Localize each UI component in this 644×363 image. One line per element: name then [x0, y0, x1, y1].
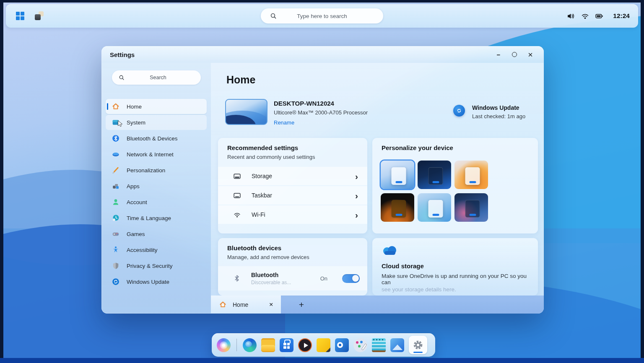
sidebar-nav: Home System Bluetooth & Devices [106, 99, 207, 289]
window-tab-strip: Home ✕ + [211, 296, 544, 314]
card-header: Bluetooth devices Manage, add and remove… [218, 238, 367, 264]
battery-icon[interactable] [595, 13, 603, 20]
outlook-icon[interactable] [335, 338, 349, 352]
theme-preview-window [428, 200, 443, 218]
windows-update-status: Last checked: 1m ago [472, 113, 525, 119]
bluetooth-toggle[interactable] [342, 274, 360, 283]
device-thumbnail [225, 99, 267, 125]
windows-logo-icon [16, 12, 24, 20]
sidebar-item-time-language[interactable]: Time & Language [106, 210, 207, 226]
sticky-notes-icon[interactable] [317, 338, 330, 352]
sidebar-item-label: Accessibility [127, 247, 158, 253]
theme-tile-dark-orange-bloom[interactable] [381, 193, 414, 222]
sidebar-item-label: Bluetooth & Devices [127, 135, 178, 142]
sidebar-item-system[interactable]: System [106, 115, 207, 130]
row-label: Wi-Fi [252, 211, 265, 218]
device-processor: Ulticore® Max™ 2000-A705 Processor [274, 109, 368, 116]
window-titlebar[interactable]: Settings − ✕ [101, 46, 544, 63]
sidebar-item-games[interactable]: Games [106, 226, 207, 241]
paint-icon[interactable] [353, 338, 367, 352]
bluetooth-icon [112, 135, 119, 142]
settings-app-icon[interactable] [409, 336, 427, 354]
storage-icon [233, 172, 241, 180]
personalization-icon [112, 166, 119, 174]
notepad-icon[interactable] [372, 338, 386, 352]
copilot-icon[interactable] [217, 338, 231, 352]
sidebar-item-label: Apps [127, 183, 140, 189]
sidebar-item-accessibility[interactable]: Accessibility [106, 242, 207, 257]
screen-edge-left [0, 0, 3, 363]
chevron-right-icon: › [355, 172, 358, 181]
theme-tile-light-bloom[interactable] [381, 161, 414, 189]
media-player-icon[interactable] [298, 338, 312, 352]
sidebar-search[interactable] [112, 70, 201, 85]
window-title: Settings [110, 51, 135, 58]
bluetooth-icon [233, 275, 241, 282]
start-button[interactable] [13, 9, 27, 23]
task-view-button[interactable] [33, 10, 45, 22]
sidebar-item-network-internet[interactable]: Network & Internet [106, 147, 207, 162]
taskbar-clock[interactable]: 12:24 [613, 12, 630, 20]
file-explorer-icon[interactable] [261, 338, 275, 352]
dock [212, 333, 435, 357]
wifi-icon[interactable] [581, 13, 589, 20]
sidebar-item-home[interactable]: Home [106, 99, 207, 114]
card-header: Recommended settings Recent and commonly… [218, 138, 367, 164]
store-window-glyph [283, 343, 290, 349]
close-button[interactable]: ✕ [527, 52, 534, 58]
theme-tile-dark-bloom[interactable] [418, 161, 451, 189]
taskbar-search[interactable] [261, 8, 383, 23]
theme-tile-orange-bloom[interactable] [454, 161, 488, 189]
sidebar-item-label: Time & Language [127, 215, 171, 221]
tab-home[interactable]: Home ✕ [211, 296, 281, 314]
home-icon [112, 103, 119, 110]
theme-preview-window [428, 167, 443, 185]
gear-icon [413, 340, 423, 350]
taskbar-row[interactable]: Taskbar › [218, 186, 367, 205]
minimize-button[interactable]: − [495, 52, 502, 58]
onedrive-cloud-icon [382, 245, 398, 256]
sidebar-item-personalization[interactable]: Personalization [106, 163, 207, 178]
card-title: Recommended settings [227, 144, 358, 151]
rename-link[interactable]: Rename [274, 119, 294, 126]
card-title: Personalize your device [382, 144, 529, 151]
wifi-icon [233, 211, 241, 219]
microsoft-store-icon[interactable] [280, 338, 293, 352]
sidebar-item-bluetooth-devices[interactable]: Bluetooth & Devices [106, 131, 207, 146]
theme-tile-dark-flora[interactable] [454, 193, 488, 222]
maximize-button[interactable] [512, 52, 517, 57]
sidebar-item-label: Personalization [127, 167, 165, 174]
volume-icon[interactable] [567, 13, 575, 20]
sidebar-item-label: Network & Internet [127, 151, 174, 158]
card-title: Cloud storage [382, 262, 538, 270]
bluetooth-toggle-row[interactable]: Bluetooth Discoverable as... On [218, 266, 367, 290]
personalize-card: Personalize your device [372, 138, 538, 233]
taskbar-search-input[interactable] [277, 8, 383, 23]
photos-icon[interactable] [390, 338, 404, 352]
taskbar-icon [233, 192, 241, 200]
sidebar-search-input[interactable] [125, 70, 205, 85]
sidebar-item-privacy-security[interactable]: Privacy & Security [106, 258, 207, 273]
wifi-row[interactable]: Wi-Fi › [218, 205, 367, 224]
sidebar-item-apps[interactable]: Apps [106, 179, 207, 194]
sidebar-item-label: Home [127, 104, 142, 110]
sidebar-item-windows-update[interactable]: Windows Update [106, 274, 207, 289]
theme-tile-light-flora[interactable] [418, 193, 451, 222]
card-header: Personalize your device [372, 138, 538, 155]
settings-window: Settings − ✕ Home [101, 46, 544, 314]
sidebar-item-account[interactable]: Account [106, 194, 207, 210]
screen-edge-right [641, 0, 644, 363]
storage-row[interactable]: Storage › [218, 167, 367, 185]
new-tab-button[interactable]: + [292, 296, 311, 314]
cloud-storage-card: Cloud storage Make sure OneDrive is up a… [372, 238, 538, 296]
theme-preview-window [465, 200, 480, 218]
bluetooth-devices-card: Bluetooth devices Manage, add and remove… [218, 238, 367, 296]
edge-icon[interactable] [243, 338, 257, 352]
card-subtitle: Manage, add and remove devices [227, 254, 358, 260]
sidebar-item-label: Privacy & Security [127, 263, 173, 269]
bluetooth-row-sublabel: Discoverable as... [251, 280, 291, 285]
page-title: Home [226, 74, 255, 86]
tab-close-icon[interactable]: ✕ [269, 301, 273, 308]
theme-preview-window [465, 167, 480, 185]
search-icon [119, 75, 125, 80]
